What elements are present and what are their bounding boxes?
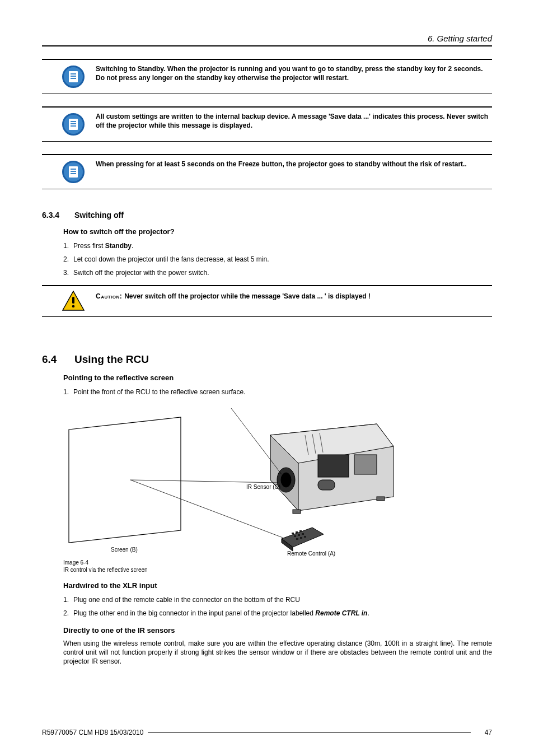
list-number: 1. bbox=[63, 241, 73, 251]
list-number: 2. bbox=[63, 255, 73, 264]
figure-label-screen: Screen (B) bbox=[111, 547, 138, 553]
note-savedata: All custom settings are written to the i… bbox=[42, 106, 492, 142]
list-text: Plug the other end in the big connector … bbox=[73, 609, 492, 618]
svg-rect-11 bbox=[318, 480, 335, 490]
note-rule-bottom bbox=[42, 141, 492, 142]
note-standby: Switching to Standby. When the projector… bbox=[42, 59, 492, 94]
list-number: 2. bbox=[63, 609, 73, 618]
header-rule bbox=[42, 45, 492, 46]
body-paragraph: When using the wireless remote control, … bbox=[63, 639, 492, 666]
list-text: Switch off the projector with the power … bbox=[73, 268, 492, 278]
list-text: Point the front of the RCU to the reflec… bbox=[73, 388, 492, 397]
svg-rect-9 bbox=[318, 455, 349, 477]
warning-icon bbox=[62, 291, 85, 311]
sub-heading-pointing: Pointing to the reflective screen bbox=[63, 374, 492, 382]
page-footer: R59770057 CLM HD8 15/03/2010 47 bbox=[42, 729, 492, 736]
section-634-heading: 6.3.4 Switching off bbox=[42, 211, 492, 220]
svg-point-2 bbox=[72, 305, 75, 308]
note-icon bbox=[62, 161, 85, 183]
svg-point-8 bbox=[281, 473, 291, 487]
footer-page-number: 47 bbox=[475, 729, 492, 736]
note-rule-bottom bbox=[42, 94, 492, 94]
svg-rect-20 bbox=[296, 531, 298, 533]
list-item: 1. Plug one end of the remote cable in t… bbox=[63, 595, 492, 605]
footer-doc-id: R59770057 CLM HD8 15/03/2010 bbox=[42, 729, 143, 736]
sub-heading-ir-sensors: Directly to one of the IR sensors bbox=[63, 626, 492, 634]
note-freeze: When pressing for at least 5 seconds on … bbox=[42, 154, 492, 189]
svg-rect-26 bbox=[300, 537, 302, 539]
list-text: Plug one end of the remote cable in the … bbox=[73, 595, 492, 605]
figure-label-remote: Remote Control (A) bbox=[287, 550, 335, 557]
svg-rect-24 bbox=[302, 533, 304, 535]
svg-rect-12 bbox=[293, 510, 301, 514]
figure-caption: Image 6-4 IR control via the reflective … bbox=[63, 559, 492, 573]
svg-marker-3 bbox=[69, 417, 181, 543]
note-text: When pressing for at least 5 seconds on … bbox=[96, 160, 492, 169]
sub-heading-hardwired: Hardwired to the XLR input bbox=[63, 581, 492, 590]
note-icon bbox=[62, 66, 85, 88]
svg-rect-22 bbox=[294, 535, 296, 537]
section-title: Switching off bbox=[74, 211, 124, 220]
svg-rect-1 bbox=[72, 297, 74, 304]
svg-rect-13 bbox=[377, 497, 385, 501]
figure-label-ir: IR Sensor (C) bbox=[246, 484, 280, 490]
list-number: 3. bbox=[63, 268, 73, 278]
footer-rule bbox=[148, 732, 471, 733]
section-number: 6.3.4 bbox=[42, 211, 64, 220]
section-title: Using the RCU bbox=[74, 353, 149, 366]
note-text: Switching to Standby. When the projector… bbox=[96, 64, 492, 82]
chapter-title: 6. Getting started bbox=[42, 34, 492, 43]
caution-rule-bottom bbox=[42, 316, 492, 317]
list-item: 3. Switch off the projector with the pow… bbox=[63, 268, 492, 278]
section-64-heading: 6.4 Using the RCU bbox=[42, 353, 492, 366]
list-text: Let cool down the projector until the fa… bbox=[73, 255, 492, 264]
svg-rect-10 bbox=[354, 455, 377, 474]
figure-6-4: Screen (B) IR Sensor (C) Remote Control … bbox=[63, 402, 492, 573]
caution-savedata: Caution: Never switch off the projector … bbox=[42, 285, 492, 317]
list-item: 1. Press first Standby. bbox=[63, 241, 492, 251]
svg-rect-19 bbox=[292, 533, 294, 534]
list-number: 1. bbox=[63, 595, 73, 605]
switch-off-steps: 1. Press first Standby. 2. Let cool down… bbox=[63, 241, 492, 277]
svg-rect-21 bbox=[299, 530, 302, 532]
list-text: Press first Standby. bbox=[73, 241, 492, 251]
hardwired-steps: 1. Plug one end of the remote cable in t… bbox=[63, 595, 492, 618]
list-item: 2. Plug the other end in the big connect… bbox=[63, 609, 492, 618]
caution-text: Caution: Never switch off the projector … bbox=[96, 291, 492, 301]
note-rule-bottom bbox=[42, 189, 492, 189]
svg-rect-27 bbox=[304, 536, 306, 538]
note-icon bbox=[62, 113, 85, 136]
pointing-steps: 1. Point the front of the RCU to the ref… bbox=[63, 388, 492, 397]
svg-line-29 bbox=[130, 480, 278, 483]
section-number: 6.4 bbox=[42, 353, 64, 366]
sub-heading-howto-switch-off: How to switch off the projector? bbox=[63, 227, 492, 236]
list-item: 1. Point the front of the RCU to the ref… bbox=[63, 388, 492, 397]
note-text: All custom settings are written to the i… bbox=[96, 112, 492, 130]
list-number: 1. bbox=[63, 388, 73, 397]
list-item: 2. Let cool down the projector until the… bbox=[63, 255, 492, 264]
svg-rect-25 bbox=[296, 538, 298, 540]
svg-rect-23 bbox=[298, 534, 300, 536]
